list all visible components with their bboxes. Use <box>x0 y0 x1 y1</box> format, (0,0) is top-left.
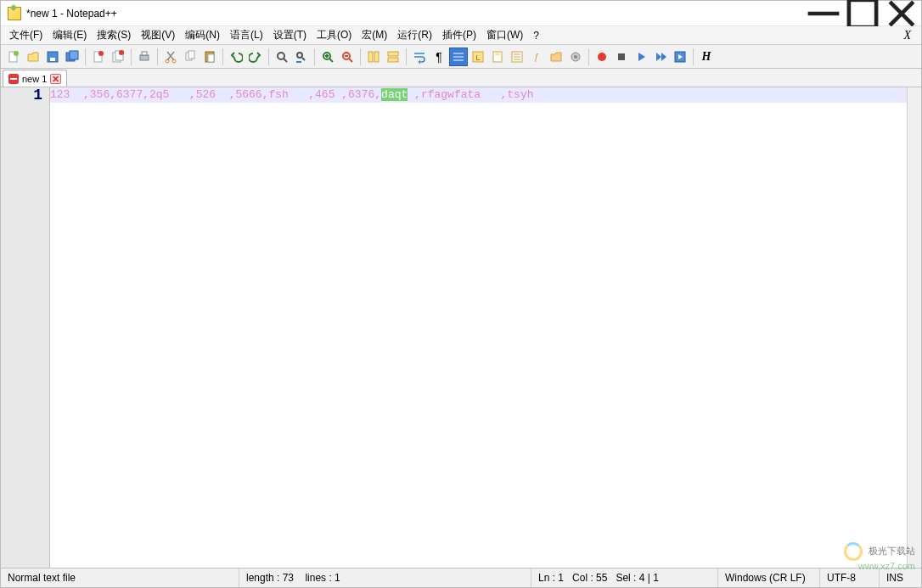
func-list-icon[interactable]: ƒ <box>527 48 546 66</box>
menu-help[interactable]: ? <box>528 28 544 43</box>
file-unsaved-icon <box>8 74 19 84</box>
wordwrap-icon[interactable] <box>410 48 429 66</box>
svg-rect-31 <box>495 53 500 55</box>
line-gutter[interactable]: 1 <box>1 87 50 568</box>
svg-point-36 <box>598 53 606 61</box>
open-file-icon[interactable] <box>24 48 42 66</box>
svg-rect-13 <box>142 52 147 55</box>
close-file-icon[interactable] <box>89 48 108 66</box>
svg-point-35 <box>574 55 577 59</box>
svg-rect-30 <box>493 52 502 62</box>
svg-rect-27 <box>388 58 398 62</box>
menu-tools[interactable]: 工具(O) <box>312 26 357 44</box>
save-macro-icon[interactable] <box>671 48 689 66</box>
close-all-icon[interactable] <box>109 48 127 66</box>
paste-icon[interactable] <box>200 48 219 66</box>
app-window: *new 1 - Notepad++ 文件(F) 编辑(E) 搜索(S) 视图(… <box>0 0 922 588</box>
replace-icon[interactable] <box>292 48 311 66</box>
status-length-lines: length : 73 lines : 1 <box>239 568 531 587</box>
svg-rect-19 <box>208 54 214 62</box>
close-button[interactable] <box>882 1 921 26</box>
code-selection: daqt <box>381 88 408 101</box>
svg-point-21 <box>297 53 302 58</box>
svg-text:L: L <box>475 53 480 62</box>
svg-point-20 <box>278 53 284 59</box>
tab-new-1[interactable]: new 1 ✕ <box>3 70 67 87</box>
vertical-scrollbar[interactable] <box>907 87 921 568</box>
app-icon <box>8 7 21 20</box>
svg-rect-24 <box>368 52 373 62</box>
code-text: ,rfagwfata ,tsyh <box>408 88 533 101</box>
sync-h-icon[interactable] <box>384 48 402 66</box>
menu-encoding[interactable]: 编码(N) <box>180 26 225 44</box>
menu-file[interactable]: 文件(F) <box>4 26 48 44</box>
folder-icon[interactable] <box>547 48 565 66</box>
menu-settings[interactable]: 设置(T) <box>268 26 312 44</box>
svg-point-11 <box>119 50 124 55</box>
menu-run[interactable]: 运行(R) <box>392 26 437 44</box>
menu-view[interactable]: 视图(V) <box>136 26 180 44</box>
indent-guide-icon[interactable] <box>449 48 468 66</box>
menu-macro[interactable]: 宏(M) <box>357 26 392 44</box>
title-bar[interactable]: *new 1 - Notepad++ <box>1 1 921 26</box>
udl-icon[interactable]: L <box>469 48 487 66</box>
cut-icon[interactable] <box>161 48 180 66</box>
menu-search[interactable]: 搜索(S) <box>92 26 136 44</box>
monitor-icon[interactable] <box>566 48 585 66</box>
zoom-in-icon[interactable] <box>318 48 337 66</box>
undo-icon[interactable] <box>227 48 245 66</box>
tab-close-icon[interactable]: ✕ <box>50 74 61 84</box>
status-bar: Normal text file length : 73 lines : 1 L… <box>1 568 921 587</box>
svg-point-8 <box>98 51 104 56</box>
code-text: 123 ,356,6377,2q5 ,526 ,5666,fsh ,465 ,6… <box>50 88 381 101</box>
svg-rect-37 <box>618 53 625 60</box>
svg-point-2 <box>14 51 19 56</box>
window-title: *new 1 - Notepad++ <box>26 8 117 20</box>
status-encoding[interactable]: UTF-8 <box>819 568 879 587</box>
svg-rect-12 <box>140 55 149 60</box>
toolbar: ¶ L ƒ H <box>1 45 921 69</box>
svg-rect-0 <box>849 0 876 27</box>
save-all-icon[interactable] <box>63 48 82 66</box>
menu-plugins[interactable]: 插件(P) <box>437 26 481 44</box>
new-file-icon[interactable] <box>4 48 23 66</box>
svg-rect-17 <box>188 51 194 59</box>
editor-area: 1 123 ,356,6377,2q5 ,526 ,5666,fsh ,465 … <box>1 87 921 568</box>
menu-window[interactable]: 窗口(W) <box>481 26 528 44</box>
status-filetype: Normal text file <box>1 568 239 587</box>
stop-macro-icon[interactable] <box>612 48 631 66</box>
svg-rect-26 <box>388 52 398 56</box>
doc-map-icon[interactable] <box>488 48 507 66</box>
menu-language[interactable]: 语言(L) <box>225 26 268 44</box>
status-eol[interactable]: Windows (CR LF) <box>717 568 819 587</box>
status-insert-mode[interactable]: INS <box>879 568 921 587</box>
copy-icon[interactable] <box>181 48 200 66</box>
sync-v-icon[interactable] <box>364 48 383 66</box>
minimize-button[interactable] <box>804 1 843 26</box>
status-position: Ln : 1 Col : 55 Sel : 4 | 1 <box>531 568 717 587</box>
zoom-out-icon[interactable] <box>338 48 357 66</box>
tab-label: new 1 <box>22 74 47 84</box>
menu-close-doc[interactable]: X <box>897 29 918 42</box>
hex-bold-icon[interactable]: H <box>697 48 716 66</box>
svg-text:ƒ: ƒ <box>534 52 539 62</box>
menu-edit[interactable]: 编辑(E) <box>48 26 92 44</box>
svg-rect-6 <box>70 51 78 59</box>
line-number: 1 <box>1 87 42 103</box>
play-macro-icon[interactable] <box>632 48 650 66</box>
redo-icon[interactable] <box>246 48 265 66</box>
print-icon[interactable] <box>135 48 154 66</box>
doc-list-icon[interactable] <box>508 48 526 66</box>
save-icon[interactable] <box>43 48 62 66</box>
record-macro-icon[interactable] <box>593 48 611 66</box>
all-chars-icon[interactable]: ¶ <box>430 48 448 66</box>
menu-bar: 文件(F) 编辑(E) 搜索(S) 视图(V) 编码(N) 语言(L) 设置(T… <box>1 26 921 45</box>
svg-rect-25 <box>374 52 379 62</box>
code-editor[interactable]: 123 ,356,6377,2q5 ,526 ,5666,fsh ,465 ,6… <box>50 87 907 568</box>
svg-rect-4 <box>50 58 55 61</box>
find-icon[interactable] <box>273 48 291 66</box>
play-multi-icon[interactable] <box>651 48 670 66</box>
maximize-button[interactable] <box>843 1 882 26</box>
tab-strip[interactable]: new 1 ✕ <box>1 69 921 87</box>
